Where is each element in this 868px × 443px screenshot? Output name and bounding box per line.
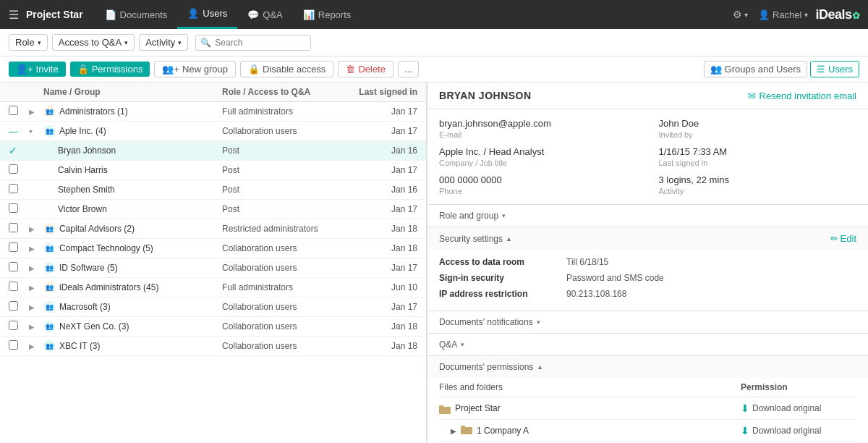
table-row[interactable]: ▶ 👥 NeXT Gen Co. (3) Collaboration users… [0, 317, 426, 337]
download-icon: ⬇ [741, 425, 749, 436]
table-row[interactable]: Stephen Smith Post Jan 16 [0, 180, 426, 200]
row-last: Jan 18 [352, 321, 417, 332]
invited-value: John Doe [659, 118, 857, 129]
info-email: bryan.johnson@apple.com E-mail [439, 118, 637, 139]
users-tab[interactable]: ☰ Users [810, 61, 859, 77]
row-checkbox[interactable] [9, 184, 18, 193]
row-checkbox[interactable] [9, 203, 18, 213]
row-checkbox[interactable] [9, 262, 18, 271]
company-value: Apple Inc. / Head Analyst [439, 146, 637, 157]
user-detail-header: BRYAN JOHNSON ✉ Resend invitation email [427, 83, 868, 109]
perm-item-name: 1 Company A [477, 426, 529, 436]
groups-users-tab[interactable]: 👥 Groups and Users [704, 61, 808, 77]
doc-permissions-header[interactable]: Documents' permissions ▲ [427, 356, 868, 378]
group-icon-orange: 👥 [43, 223, 55, 235]
row-checkbox[interactable] [9, 301, 18, 311]
security-row-signin: Sign-in security Password and SMS code [439, 270, 856, 286]
user-name: Stephen Smith [58, 185, 115, 195]
activity-label: Activity [659, 187, 857, 195]
edit-icon: ✏ [830, 233, 838, 244]
files-folders-header: Files and folders [439, 382, 741, 392]
activity-value: 3 logins, 22 mins [659, 174, 857, 185]
perm-row[interactable]: Project Star ⬇ Download original [439, 397, 856, 420]
group-name: Compact Technology (5) [59, 243, 153, 253]
group-icon-orange: 👥 [43, 106, 55, 117]
table-row[interactable]: ▶ 👥 Administrators (1) Full administrato… [0, 102, 426, 122]
security-val: 90.213.108.168 [566, 289, 626, 299]
hamburger-icon[interactable]: ☰ [9, 8, 19, 22]
reports-icon: 📊 [303, 9, 315, 20]
security-section: Security settings ▲ ✏ Edit Access to dat… [427, 227, 868, 311]
nav-item-reports[interactable]: 📊 Reports [293, 0, 362, 29]
row-checkbox[interactable] [9, 340, 18, 350]
new-group-button[interactable]: 👥+ New group [154, 61, 235, 77]
doc-permissions-arrow-icon: ▲ [537, 363, 543, 371]
table-row[interactable]: ▶ 👥 Compact Technology (5) Collaboration… [0, 239, 426, 258]
qa-header[interactable]: Q&A ▾ [427, 334, 868, 355]
row-checkbox[interactable] [9, 106, 18, 115]
phone-value: 000 0000 0000 [439, 174, 637, 185]
role-group-section: Role and group ▾ [427, 205, 868, 227]
table-row[interactable]: ▶ 👥 Macrosoft (3) Collaboration users Ja… [0, 298, 426, 317]
group-icon-green: 👥 [43, 125, 55, 137]
nav-item-qa[interactable]: 💬 Q&A [237, 0, 292, 29]
table-row[interactable]: Calvin Harris Post Jan 17 [0, 161, 426, 180]
user-menu[interactable]: 👤 Rachel ▾ [758, 9, 808, 20]
nav-item-users[interactable]: 👤 Users [177, 0, 237, 29]
table-row[interactable]: Victor Brown Post Jan 17 [0, 200, 426, 219]
ideals-logo: iDeals✿ [815, 7, 859, 22]
table-row[interactable]: ▶ 👥 ID Software (5) Collaboration users … [0, 258, 426, 278]
row-role: Collaboration users [222, 302, 352, 312]
role-filter[interactable]: Role ▾ [9, 34, 48, 51]
row-role: Post [222, 185, 352, 195]
settings-button[interactable]: ⚙ ▾ [733, 9, 748, 20]
row-checkbox[interactable] [9, 282, 18, 291]
security-content: Access to data room Till 6/18/15 Sign-in… [427, 250, 868, 311]
row-checkbox[interactable] [9, 223, 18, 232]
row-role: Collaboration users [222, 341, 352, 351]
last-signed-label: Last signed in [659, 159, 857, 167]
row-checkbox[interactable] [9, 242, 18, 252]
row-last: Jan 17 [352, 302, 417, 312]
search-input[interactable] [195, 35, 311, 51]
activity-filter[interactable]: Activity ▾ [139, 34, 188, 51]
table-row[interactable]: — ▾ 👥 Aple Inc. (4) Collaboration users … [0, 122, 426, 141]
row-role: Restricted administrators [222, 224, 352, 234]
more-button[interactable]: ... [398, 61, 419, 77]
qa-title: Q&A [439, 339, 457, 350]
row-checkbox[interactable] [9, 321, 18, 330]
security-edit-button[interactable]: ✏ Edit [830, 233, 856, 244]
resend-invitation[interactable]: ✉ Resend invitation email [748, 90, 856, 101]
perm-table-header: Files and folders Permission [439, 378, 856, 397]
security-header[interactable]: Security settings ▲ ✏ Edit [427, 227, 868, 250]
doc-permissions-title: Documents' permissions [439, 362, 533, 372]
perm-row[interactable]: ▶ 1 Company A ⬇ Download original [439, 420, 856, 442]
role-group-header[interactable]: Role and group ▾ [427, 205, 868, 227]
table-row[interactable]: ▶ 👥 XBC IT (3) Collaboration users Jan 1… [0, 337, 426, 356]
access-filter[interactable]: Access to Q&A ▾ [52, 34, 135, 51]
groups-icon: 👥 [710, 64, 722, 75]
delete-icon: 🗑 [346, 64, 355, 75]
permissions-content: Files and folders Permission Project Sta… [427, 378, 868, 443]
table-row[interactable]: ▶ 👥 Capital Advisors (2) Restricted admi… [0, 219, 426, 239]
table-row[interactable]: ▶ 👥 iDeals Administrators (45) Full admi… [0, 278, 426, 298]
doc-notifications-title: Documents' notifications [439, 317, 533, 327]
svg-rect-0 [439, 407, 451, 414]
security-key: Sign-in security [439, 273, 555, 283]
permissions-button[interactable]: 🔒 Permissions [70, 62, 150, 77]
disable-access-button[interactable]: 🔒 Disable access [240, 61, 333, 77]
row-checkbox[interactable] [9, 164, 18, 174]
nav-items: 📄 Documents 👤 Users 💬 Q&A 📊 Reports [95, 0, 733, 29]
documents-icon: 📄 [105, 9, 116, 20]
svg-rect-3 [461, 426, 465, 428]
svg-rect-2 [461, 427, 472, 434]
nav-item-documents[interactable]: 📄 Documents [95, 0, 178, 29]
delete-button[interactable]: 🗑 Delete [338, 61, 393, 77]
table-row[interactable]: ✓ Bryan Johnson Post Jan 16 [0, 141, 426, 161]
doc-notifications-header[interactable]: Documents' notifications ▾ [427, 311, 868, 333]
role-group-arrow-icon: ▾ [502, 212, 506, 219]
invite-button[interactable]: 👤+ Invite [9, 62, 66, 77]
qa-section: Q&A ▾ [427, 334, 868, 356]
group-icon-orange: 👥 [43, 282, 55, 293]
row-last: Jan 17 [352, 263, 417, 273]
